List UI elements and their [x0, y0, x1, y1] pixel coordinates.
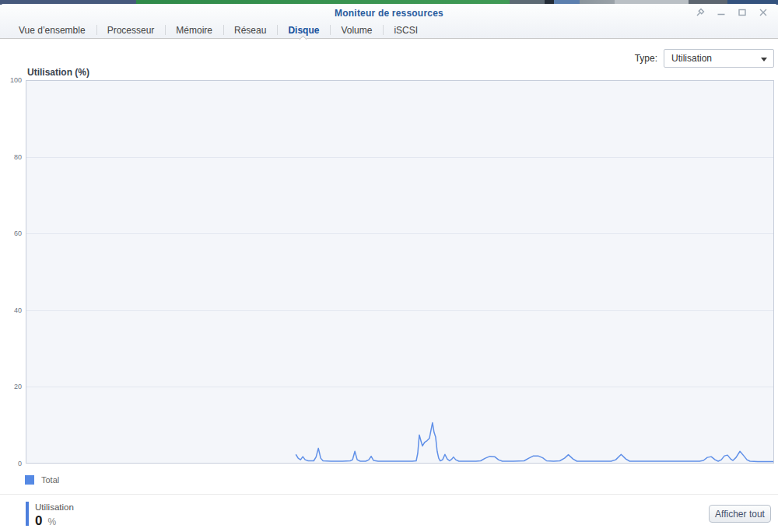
active-tab-notch — [300, 36, 307, 44]
chart-title: Utilisation (%) — [27, 67, 89, 78]
ytick-20: 20 — [2, 383, 22, 390]
tab-iscsi[interactable]: iSCSI — [383, 21, 429, 39]
window-header: Moniteur de ressources Vue d’ensemble Pr… — [0, 4, 778, 39]
window-title: Moniteur de ressources — [0, 8, 778, 19]
tab-disque[interactable]: Disque — [277, 21, 330, 39]
window-controls — [693, 6, 770, 19]
tab-reseau[interactable]: Réseau — [223, 21, 277, 39]
close-icon[interactable] — [756, 6, 770, 19]
legend-total-label: Total — [41, 475, 59, 485]
tab-vue-densemble[interactable]: Vue d’ensemble — [8, 21, 96, 39]
type-dropdown[interactable]: Utilisation — [664, 49, 774, 68]
tab-processeur[interactable]: Processeur — [96, 21, 166, 39]
maximize-icon[interactable] — [735, 6, 749, 19]
show-all-button[interactable]: Afficher tout — [709, 505, 771, 523]
legend-total-swatch — [25, 475, 34, 485]
ytick-100: 100 — [2, 76, 22, 84]
metric-accent-bar — [26, 502, 29, 526]
minimize-icon[interactable] — [714, 6, 728, 19]
utilization-metric: Utilisation 0 % — [26, 502, 74, 529]
total-usage-line — [26, 81, 773, 463]
tab-volume[interactable]: Volume — [330, 21, 383, 39]
resource-monitor-window: Moniteur de ressources Vue d’ensemble Pr… — [0, 4, 778, 532]
ytick-40: 40 — [2, 306, 22, 314]
chevron-down-icon — [761, 58, 767, 61]
metric-unit: % — [47, 516, 56, 527]
pin-icon[interactable] — [693, 6, 707, 19]
chart-legend: Total — [25, 475, 59, 485]
utilization-chart — [26, 80, 774, 464]
ytick-0: 0 — [2, 460, 22, 467]
ytick-60: 60 — [2, 229, 22, 237]
tab-memoire[interactable]: Mémoire — [165, 21, 223, 39]
type-selector-row: Type: Utilisation — [635, 48, 774, 68]
footer-divider — [0, 494, 778, 495]
tab-bar: Vue d’ensemble Processeur Mémoire Réseau… — [8, 21, 429, 39]
ytick-80: 80 — [2, 153, 22, 161]
metric-value: 0 — [35, 513, 42, 529]
metric-label: Utilisation — [35, 502, 74, 513]
type-dropdown-value: Utilisation — [671, 53, 712, 64]
type-label: Type: — [635, 53, 657, 64]
